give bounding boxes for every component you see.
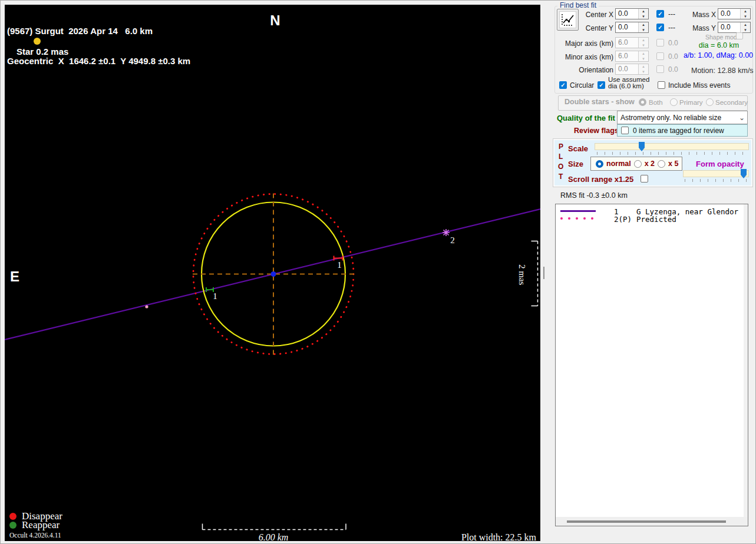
predicted-star-label: 2 bbox=[448, 235, 457, 246]
center-x-label: Center X bbox=[581, 11, 613, 19]
motion-readout: Motion: 12.88 km/s bbox=[691, 67, 754, 75]
opacity-slider-track[interactable] bbox=[683, 170, 749, 177]
chord-swatch bbox=[560, 210, 596, 212]
scale-slider-track[interactable] bbox=[595, 143, 749, 150]
reappear-dot-icon bbox=[9, 522, 16, 529]
plot-title: (9567) Surgut 2026 Apr 14 6.0 km Geocent… bbox=[7, 6, 190, 86]
observation-name: Predicted bbox=[636, 215, 676, 224]
include-miss-checkbox[interactable] bbox=[658, 81, 665, 89]
orientation-flag: 0.0 bbox=[668, 65, 678, 74]
reappear-marker-label: 1 bbox=[211, 291, 219, 301]
spin-up-icon[interactable]: ▲ bbox=[741, 22, 750, 28]
north-label: N bbox=[263, 12, 288, 29]
size-x5-label: x 5 bbox=[668, 160, 678, 168]
disappear-marker-label: 1 bbox=[335, 260, 344, 270]
size-x2-radio[interactable] bbox=[634, 160, 642, 168]
spin-up-icon[interactable]: ▲ bbox=[639, 9, 648, 14]
double-both-label: Both bbox=[649, 99, 663, 106]
orientation-label: Orientation bbox=[560, 66, 613, 74]
east-label: E bbox=[10, 268, 19, 285]
mass-y-label: Mass Y bbox=[689, 24, 716, 32]
scale-label: Scale bbox=[568, 144, 588, 153]
spin-up-icon[interactable]: ▲ bbox=[741, 9, 750, 14]
fit-chart-icon bbox=[559, 11, 576, 28]
double-both-radio bbox=[639, 98, 646, 106]
minor-axis-spinner: 6.0 ▲▼ bbox=[615, 51, 649, 62]
listbox-vscrollbar[interactable] bbox=[744, 204, 748, 517]
axis-ratio-readout: a/b: 1.00, dMag: 0.00 bbox=[683, 51, 754, 59]
version-label: Occult 4.2026.4.11 bbox=[9, 532, 61, 539]
center-y-label: Center Y bbox=[581, 24, 613, 32]
legend-reappear-label: Reappear bbox=[22, 519, 60, 531]
center-x-spinner[interactable]: 0.0 ▲▼ bbox=[615, 8, 649, 19]
observations-listbox[interactable]: 1 G Lyzenga, near Glendor 2(P) Predicted bbox=[555, 204, 748, 526]
km-scalebar-label: 6.00 km bbox=[232, 532, 315, 543]
scroll-range-label: Scroll range x1.25 bbox=[568, 175, 633, 184]
event-legend: Disappear Reappear bbox=[9, 512, 62, 529]
mass-x-label: Mass X bbox=[689, 11, 716, 19]
major-axis-spinner: 6.0 ▲▼ bbox=[615, 37, 649, 48]
center-x-flag: --- bbox=[668, 10, 675, 18]
spin-down-icon[interactable]: ▼ bbox=[639, 14, 648, 19]
list-item[interactable]: 1 G Lyzenga, near Glendor bbox=[556, 207, 748, 215]
diameter-readout: dia = 6.0 km bbox=[689, 41, 749, 49]
spin-up-icon[interactable]: ▲ bbox=[639, 22, 648, 28]
double-secondary-label: Secondary bbox=[715, 99, 748, 106]
use-assumed-label: Use assumed dia (6.0 km) bbox=[608, 77, 649, 89]
major-axis-checkbox bbox=[656, 39, 664, 47]
spin-down-icon: ▼ bbox=[639, 69, 648, 75]
form-opacity-label: Form opacity bbox=[696, 160, 744, 168]
major-axis-flag: 0.0 bbox=[668, 39, 678, 47]
review-flags-label: Review flags bbox=[574, 127, 619, 135]
opacity-slider-ticks bbox=[685, 179, 747, 182]
quality-dropdown[interactable]: Astrometry only. No reliable size ⌄ bbox=[617, 111, 748, 124]
predicted-dots-swatch bbox=[560, 217, 593, 220]
minor-axis-flag: 0.0 bbox=[668, 52, 678, 61]
mass-x-spinner[interactable]: 0.0 ▲▼ bbox=[718, 8, 751, 19]
center-y-flag: --- bbox=[668, 24, 675, 32]
scroll-range-checkbox[interactable] bbox=[641, 175, 648, 183]
star-size-label: Star 0.2 mas bbox=[16, 47, 68, 57]
use-assumed-checkbox[interactable]: ✓ bbox=[597, 81, 605, 89]
circular-checkbox[interactable]: ✓ bbox=[559, 81, 567, 89]
double-primary-radio bbox=[670, 98, 678, 106]
spin-down-icon[interactable]: ▼ bbox=[741, 28, 750, 33]
review-flags-checkbox[interactable] bbox=[621, 127, 629, 134]
mass-y-spinner[interactable]: 0.0 ▲▼ bbox=[718, 22, 751, 33]
spin-down-icon: ▼ bbox=[639, 57, 648, 62]
include-miss-label: Include Miss events bbox=[668, 81, 730, 89]
plot-width-label: Plot width: 22.5 km bbox=[435, 532, 536, 543]
center-y-spinner[interactable]: 0.0 ▲▼ bbox=[615, 22, 649, 33]
spin-up-icon: ▲ bbox=[639, 38, 648, 43]
listbox-hscrollbar[interactable] bbox=[556, 517, 748, 526]
chevron-down-icon: ⌄ bbox=[737, 114, 747, 122]
size-x5-radio[interactable] bbox=[658, 160, 665, 168]
plot-letter-l: L bbox=[559, 152, 563, 161]
occultation-plot[interactable]: (9567) Surgut 2026 Apr 14 6.0 km Geocent… bbox=[5, 5, 540, 541]
orientation-spinner: 0.0 ▲▼ bbox=[615, 64, 649, 75]
size-normal-radio[interactable] bbox=[596, 160, 603, 168]
double-stars-title: Double stars - show bbox=[564, 98, 635, 106]
mas-scalebar-ticks bbox=[531, 241, 538, 306]
spin-down-icon[interactable]: ▼ bbox=[639, 28, 648, 33]
quality-dropdown-value: Astrometry only. No reliable size bbox=[618, 114, 737, 122]
find-best-fit-title: Find best fit bbox=[557, 1, 599, 9]
rms-fit-readout: RMS fit -0.3 ±0.0 km bbox=[560, 191, 628, 200]
circular-label: Circular bbox=[570, 81, 594, 89]
observation-number: 2(P) bbox=[614, 215, 632, 224]
size-normal-label: normal bbox=[606, 160, 631, 168]
predicted-dot bbox=[145, 305, 148, 308]
hscrollbar-thumb[interactable] bbox=[567, 520, 726, 523]
plot-letter-o: O bbox=[558, 162, 563, 171]
spin-up-icon: ▲ bbox=[639, 64, 648, 69]
center-y-checkbox[interactable]: ✓ bbox=[656, 24, 664, 31]
list-item[interactable]: 2(P) Predicted bbox=[556, 215, 748, 223]
review-flags-box: 0 items are tagged for review bbox=[617, 124, 748, 137]
review-flags-text: 0 items are tagged for review bbox=[633, 127, 724, 135]
run-fit-button[interactable] bbox=[557, 9, 579, 31]
spin-down-icon: ▼ bbox=[639, 43, 648, 48]
spin-down-icon[interactable]: ▼ bbox=[741, 14, 750, 19]
center-x-checkbox[interactable]: ✓ bbox=[656, 10, 664, 18]
splitter-grip[interactable] bbox=[543, 267, 544, 279]
spin-up-icon: ▲ bbox=[639, 51, 648, 57]
